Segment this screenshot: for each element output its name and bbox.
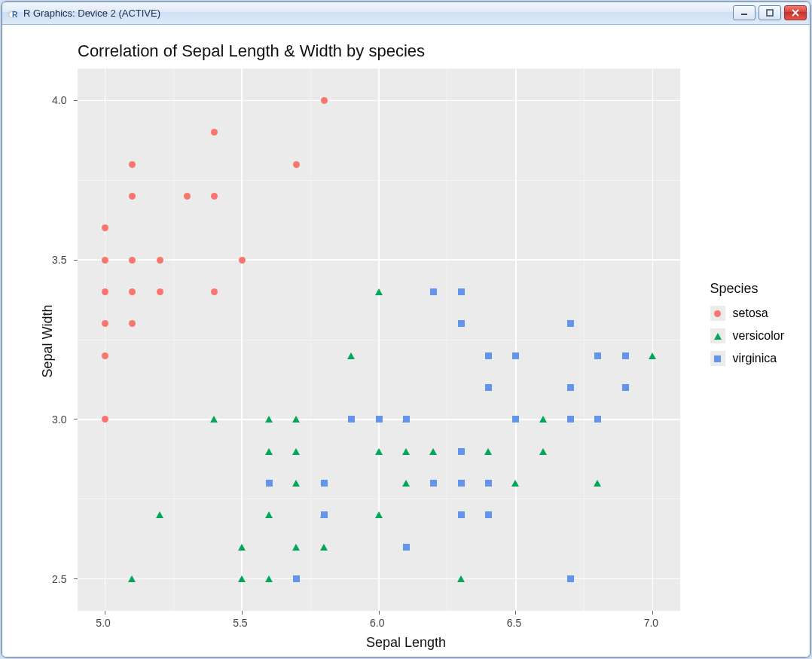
data-point-versicolor xyxy=(265,448,273,455)
y-axis-label: Sepal Width xyxy=(40,304,56,377)
data-point-setosa xyxy=(293,161,300,168)
data-point-versicolor xyxy=(238,544,246,551)
data-point-virginica xyxy=(321,511,328,518)
data-point-virginica xyxy=(485,511,492,518)
legend-swatch-setosa xyxy=(710,306,725,321)
x-axis-label: Sepal Length xyxy=(366,635,446,651)
data-point-virginica xyxy=(512,352,519,359)
data-point-virginica xyxy=(403,416,410,423)
data-point-virginica xyxy=(348,416,355,423)
data-point-versicolor xyxy=(402,448,410,455)
legend-swatch-versicolor xyxy=(710,328,725,343)
x-tick-label: 7.0 xyxy=(644,617,658,629)
data-point-setosa xyxy=(157,288,163,295)
data-point-versicolor xyxy=(347,352,355,359)
svg-text:R: R xyxy=(12,11,18,19)
data-point-versicolor xyxy=(156,511,163,518)
data-point-versicolor xyxy=(210,416,218,423)
data-point-versicolor xyxy=(375,288,383,295)
data-point-virginica xyxy=(403,544,410,551)
data-point-virginica xyxy=(485,352,492,359)
legend: Species setosaversicolorvirginica xyxy=(710,281,784,374)
data-point-versicolor xyxy=(238,575,246,582)
data-point-versicolor xyxy=(265,416,273,423)
data-point-virginica xyxy=(430,480,437,487)
data-point-versicolor xyxy=(292,448,300,455)
data-point-virginica xyxy=(376,416,383,423)
data-point-versicolor xyxy=(292,416,300,423)
chart-title: Correlation of Sepal Length & Width by s… xyxy=(78,41,425,61)
data-point-virginica xyxy=(567,575,574,582)
legend-swatch-virginica xyxy=(710,351,725,366)
data-point-setosa xyxy=(129,288,136,295)
data-point-setosa xyxy=(129,257,136,264)
data-point-virginica xyxy=(321,480,328,487)
data-point-setosa xyxy=(239,257,246,264)
data-point-virginica xyxy=(458,320,465,327)
data-point-setosa xyxy=(102,352,108,359)
y-tick-label: 3.0 xyxy=(52,413,66,426)
legend-item-setosa: setosa xyxy=(710,306,784,321)
x-tick-label: 5.0 xyxy=(96,617,110,629)
data-point-versicolor xyxy=(457,575,465,582)
data-point-setosa xyxy=(184,193,191,200)
data-point-setosa xyxy=(157,257,163,264)
data-point-virginica xyxy=(458,448,465,455)
data-point-setosa xyxy=(321,97,328,104)
x-tick-label: 5.5 xyxy=(233,617,247,629)
data-point-setosa xyxy=(102,224,108,231)
data-point-versicolor xyxy=(375,448,383,455)
data-point-virginica xyxy=(567,416,574,423)
legend-label: versicolor xyxy=(733,329,784,343)
x-tick-label: 6.0 xyxy=(370,617,384,629)
data-point-setosa xyxy=(102,288,108,295)
y-tick-label: 4.0 xyxy=(52,94,66,106)
svg-rect-3 xyxy=(741,14,747,15)
data-point-setosa xyxy=(211,288,218,295)
r-app-icon: R xyxy=(7,8,19,20)
data-point-versicolor xyxy=(594,480,601,487)
close-button[interactable] xyxy=(784,5,807,20)
svg-rect-4 xyxy=(767,10,773,16)
data-point-versicolor xyxy=(292,544,300,551)
legend-item-virginica: virginica xyxy=(710,351,784,366)
data-point-versicolor xyxy=(402,480,410,487)
y-tick-label: 3.5 xyxy=(52,254,66,266)
data-point-versicolor xyxy=(375,511,383,518)
r-graphics-window: R R Graphics: Device 2 (ACTIVE) Correlat… xyxy=(2,2,810,657)
data-point-virginica xyxy=(430,288,437,295)
data-point-virginica xyxy=(458,480,465,487)
data-point-virginica xyxy=(458,288,465,295)
legend-item-versicolor: versicolor xyxy=(710,328,784,343)
x-tick-label: 6.5 xyxy=(507,617,521,629)
titlebar[interactable]: R R Graphics: Device 2 (ACTIVE) xyxy=(2,2,810,25)
data-point-virginica xyxy=(458,511,465,518)
data-point-setosa xyxy=(102,320,108,327)
legend-label: virginica xyxy=(733,352,777,365)
data-point-versicolor xyxy=(511,480,519,487)
data-point-virginica xyxy=(594,352,601,359)
data-point-setosa xyxy=(129,320,136,327)
plot-area: Correlation of Sepal Length & Width by s… xyxy=(2,25,810,657)
legend-label: setosa xyxy=(733,307,768,320)
data-point-versicolor xyxy=(265,575,273,582)
window-title: R Graphics: Device 2 (ACTIVE) xyxy=(23,8,160,19)
data-point-setosa xyxy=(129,161,136,168)
data-point-virginica xyxy=(512,416,519,423)
data-point-versicolor xyxy=(128,575,136,582)
data-point-virginica xyxy=(594,416,601,423)
data-point-virginica xyxy=(567,320,574,327)
data-point-virginica xyxy=(485,480,492,487)
legend-title: Species xyxy=(710,281,784,297)
data-point-versicolor xyxy=(265,511,273,518)
data-point-virginica xyxy=(293,575,300,582)
data-point-versicolor xyxy=(320,544,328,551)
data-point-setosa xyxy=(129,193,136,200)
minimize-button[interactable] xyxy=(733,5,756,20)
data-point-setosa xyxy=(102,416,108,423)
data-point-setosa xyxy=(102,257,108,264)
y-tick-label: 2.5 xyxy=(52,573,66,585)
maximize-button[interactable] xyxy=(759,5,781,20)
data-point-versicolor xyxy=(429,448,437,455)
data-point-virginica xyxy=(485,384,492,391)
